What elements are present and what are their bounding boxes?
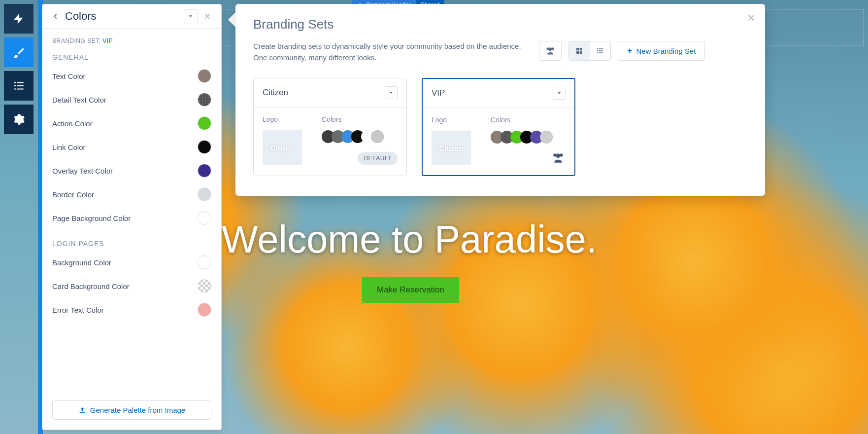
color-swatch[interactable] (198, 211, 211, 225)
card-menu-button[interactable] (385, 86, 398, 99)
panel-title: Colors (65, 10, 184, 23)
color-row: Link Color (52, 140, 211, 154)
card-colors-column: Colors (491, 116, 553, 165)
card-swatches (491, 131, 553, 144)
color-label: Text Color (52, 72, 86, 80)
color-swatch[interactable] (198, 93, 211, 107)
card-swatches (322, 130, 384, 143)
popover-description: Create branding sets to dynamically styl… (253, 41, 529, 63)
color-row: Card Background Color (52, 279, 211, 293)
branding-cards-row: CitizenLogoCitizenColorsDEFAULTVIPLogoCi… (253, 78, 747, 176)
login-color-rows: Background ColorCard Background ColorErr… (52, 255, 211, 317)
list-view-option[interactable] (590, 41, 610, 60)
color-label: Card Background Color (52, 282, 130, 290)
popover-close-button[interactable] (744, 11, 758, 25)
branding-sets-popover: Branding Sets Create branding sets to dy… (235, 4, 765, 196)
logo-label: Logo (263, 115, 302, 123)
color-row: Page Background Color (52, 211, 211, 225)
section-general-label: GENERAL (52, 53, 211, 61)
new-branding-set-label: New Branding Set (636, 47, 696, 55)
logo-thumbnail: Citizen (263, 130, 302, 165)
card-menu-button[interactable] (553, 87, 566, 100)
color-row: Background Color (52, 255, 211, 269)
card-body: LogoCitizenColorsDEFAULT (254, 108, 406, 175)
color-row: Error Text Color (52, 303, 211, 317)
card-title: Citizen (263, 88, 288, 98)
popover-top-row: Create branding sets to dynamically styl… (253, 41, 747, 63)
color-swatch[interactable] (198, 255, 211, 269)
colors-label: Colors (322, 115, 384, 123)
color-swatch[interactable] (198, 69, 211, 83)
gear-icon (12, 113, 25, 126)
mini-swatch (540, 131, 553, 144)
color-label: Action Color (52, 119, 93, 128)
branding-set-indicator: BRANDING SET: VIP (52, 37, 211, 44)
card-header: Citizen (254, 78, 406, 108)
branding-set-link[interactable]: VIP (102, 37, 113, 44)
new-branding-set-button[interactable]: + New Branding Set (618, 41, 705, 61)
colors-label: Colors (491, 116, 553, 124)
nav-pages[interactable] (4, 71, 33, 101)
color-swatch[interactable] (198, 279, 211, 293)
card-title: VIP (432, 88, 445, 98)
colors-panel-header: Colors (42, 4, 221, 29)
color-swatch[interactable] (198, 140, 211, 154)
make-reservation-button[interactable]: Make Reservation (362, 277, 459, 303)
panel-close-button[interactable] (200, 9, 214, 23)
color-row: Detail Text Color (52, 93, 211, 107)
branding-set-card[interactable]: CitizenLogoCitizenColorsDEFAULT (253, 78, 407, 176)
close-icon (747, 13, 756, 22)
list-icon (12, 79, 25, 92)
color-label: Link Color (52, 143, 86, 151)
back-button[interactable] (49, 10, 62, 23)
color-swatch[interactable] (198, 187, 211, 201)
mini-swatch (371, 130, 384, 143)
nav-settings[interactable] (4, 105, 33, 134)
logo-label: Logo (432, 116, 471, 124)
color-label: Error Text Color (52, 306, 104, 314)
color-swatch[interactable] (198, 116, 211, 130)
people-icon (551, 151, 566, 164)
popover-title: Branding Sets (253, 17, 747, 32)
grid-view-option[interactable] (569, 41, 590, 60)
popover-arrow (228, 12, 236, 28)
hero-title: Welcome to Paradise. (222, 217, 616, 262)
plus-icon: + (627, 46, 633, 56)
branding-set-card[interactable]: VIPLogoCitizenColors (422, 78, 575, 176)
colors-panel-footer: Generate Palette from Image (42, 395, 221, 430)
panel-menu-button[interactable] (184, 9, 198, 23)
audience-assigned-icon (551, 151, 566, 166)
chevron-down-icon (557, 91, 562, 96)
color-label: Border Color (52, 190, 94, 199)
colors-panel: Colors BRANDING SET: VIP GENERAL Text Co… (42, 4, 222, 430)
color-swatch[interactable] (198, 303, 211, 317)
chevron-down-icon (188, 14, 193, 19)
color-label: Background Color (52, 258, 111, 267)
logo-thumbnail: Citizen (432, 131, 471, 165)
color-row: Text Color (52, 69, 211, 83)
generate-palette-button[interactable]: Generate Palette from Image (52, 400, 211, 420)
popover-controls: + New Branding Set (539, 41, 705, 61)
color-row: Action Color (52, 116, 211, 130)
people-icon (545, 46, 555, 56)
colors-panel-body: BRANDING SET: VIP GENERAL Text ColorDeta… (42, 29, 221, 395)
color-label: Overlay Text Color (52, 167, 113, 175)
color-swatch[interactable] (198, 164, 211, 178)
builder-left-nav (4, 4, 33, 134)
branding-set-prefix: BRANDING SET: (52, 37, 102, 44)
color-label: Detail Text Color (52, 96, 106, 104)
brush-icon (12, 46, 25, 59)
upload-icon (78, 406, 86, 414)
audiences-button[interactable] (539, 41, 562, 61)
color-row: Overlay Text Color (52, 164, 211, 178)
nav-lightning[interactable] (4, 4, 33, 34)
nav-theme[interactable] (4, 37, 33, 67)
list-lines-icon (596, 47, 604, 55)
card-logo-column: LogoCitizen (263, 115, 302, 165)
generate-palette-label: Generate Palette from Image (90, 406, 185, 414)
section-login-label: LOGIN PAGES (52, 240, 211, 248)
chevron-left-icon (52, 13, 59, 20)
default-badge: DEFAULT (358, 152, 398, 165)
close-icon (203, 12, 211, 20)
color-row: Border Color (52, 187, 211, 201)
